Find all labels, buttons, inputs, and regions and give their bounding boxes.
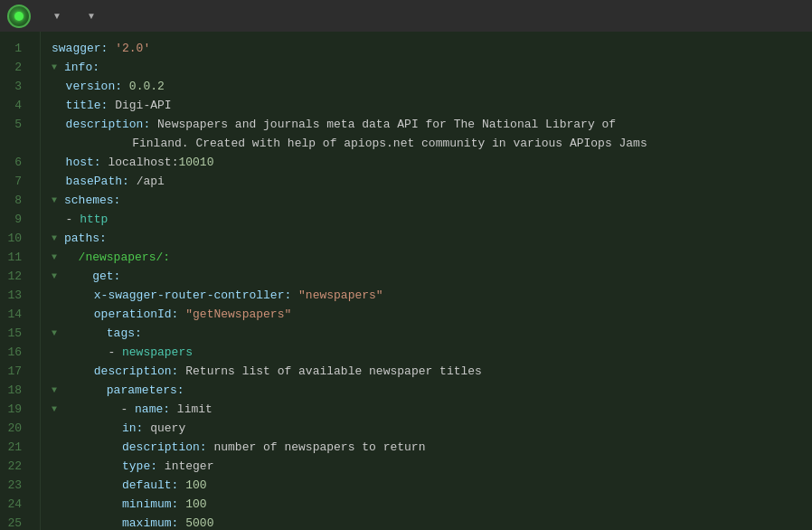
- preferences-arrow: ▼: [52, 11, 61, 21]
- line-number: 11: [0, 248, 31, 267]
- line-number: 22: [0, 457, 31, 476]
- code-token: host:: [52, 153, 108, 172]
- code-line: ▼ /newspapers/:: [41, 248, 812, 267]
- line-number: 5: [0, 115, 31, 134]
- collapse-arrow[interactable]: ▼: [52, 58, 62, 77]
- code-token: version:: [52, 77, 129, 96]
- code-token: localhost:: [108, 153, 178, 172]
- code-token: operationId:: [52, 305, 185, 324]
- collapse-arrow[interactable]: ▼: [52, 248, 62, 267]
- menu-bar: ▼ ▼: [0, 0, 812, 32]
- collapse-arrow[interactable]: ▼: [52, 400, 62, 419]
- code-line: host: localhost:10010: [41, 153, 812, 172]
- code-token: in:: [52, 419, 150, 438]
- collapse-arrow[interactable]: ▼: [52, 324, 62, 343]
- line-number: 14: [0, 305, 31, 324]
- code-token: description:: [52, 115, 157, 134]
- code-line: basePath: /api: [41, 172, 812, 191]
- code-token: 0.0.2: [129, 77, 165, 96]
- collapse-arrow[interactable]: ▼: [52, 267, 62, 286]
- line-number: 3: [0, 77, 31, 96]
- code-token: description:: [52, 362, 185, 381]
- help-menu[interactable]: ▼: [74, 7, 105, 24]
- code-line: ▼ - name: limit: [41, 400, 812, 419]
- code-token: parameters:: [64, 381, 184, 400]
- code-token: Newspapers and journals meta data API fo…: [157, 115, 616, 134]
- line-number: [0, 134, 31, 153]
- code-token: maximum:: [52, 514, 185, 530]
- code-token: number of newspapers to return: [213, 438, 425, 457]
- line-number: 8: [0, 191, 31, 210]
- code-token: newspapers: [122, 343, 193, 362]
- line-number: 21: [0, 438, 31, 457]
- code-line: - http: [41, 210, 812, 229]
- code-line: minimum: 100: [41, 495, 812, 514]
- code-line: ▼ schemes:: [41, 191, 812, 210]
- code-token: basePath:: [52, 172, 137, 191]
- code-token: title:: [52, 96, 115, 115]
- code-token: get:: [64, 267, 120, 286]
- code-token: /newspapers/:: [64, 248, 170, 267]
- code-line: type: integer: [41, 457, 812, 476]
- code-line: description: number of newspapers to ret…: [41, 438, 812, 457]
- code-token: 5000: [185, 514, 213, 530]
- line-number: 19: [0, 400, 31, 419]
- code-token: tags:: [64, 324, 142, 343]
- line-numbers: 1234567891011121314151617181920212223242…: [0, 32, 41, 530]
- line-number: 25: [0, 514, 31, 530]
- line-number: 9: [0, 210, 31, 229]
- help-arrow: ▼: [87, 11, 96, 21]
- line-number: 16: [0, 343, 31, 362]
- collapse-arrow[interactable]: ▼: [52, 229, 62, 248]
- code-line: title: Digi-API: [41, 96, 812, 115]
- code-token: Finland. Created with help of apiops.net…: [104, 137, 647, 150]
- app-logo: [7, 5, 31, 28]
- code-line: version: 0.0.2: [41, 77, 812, 96]
- line-number: 18: [0, 381, 31, 400]
- code-token: integer: [165, 457, 214, 476]
- code-line: maximum: 5000: [41, 514, 812, 530]
- code-token: -: [64, 400, 135, 419]
- code-token: swagger:: [52, 39, 115, 58]
- code-token: -: [52, 343, 122, 362]
- collapse-arrow[interactable]: ▼: [52, 191, 62, 210]
- line-number: 13: [0, 286, 31, 305]
- code-token: Returns list of available newspaper titl…: [185, 362, 482, 381]
- code-token: info:: [64, 58, 99, 77]
- line-number: 15: [0, 324, 31, 343]
- code-line: description: Returns list of available n…: [41, 362, 812, 381]
- collapse-arrow[interactable]: ▼: [52, 381, 62, 400]
- code-token: schemes:: [64, 191, 120, 210]
- code-line: ▼ parameters:: [41, 381, 812, 400]
- line-number: 6: [0, 153, 31, 172]
- code-line: in: query: [41, 419, 812, 438]
- code-token: paths:: [64, 229, 107, 248]
- code-line: x-swagger-router-controller: "newspapers…: [41, 286, 812, 305]
- code-token: query: [150, 419, 185, 438]
- code-line: operationId: "getNewspapers": [41, 305, 812, 324]
- code-content[interactable]: swagger: '2.0'▼ info: version: 0.0.2 tit…: [41, 32, 812, 530]
- code-token: x-swagger-router-controller:: [52, 286, 298, 305]
- code-token: -: [52, 210, 80, 229]
- code-token: limit: [177, 400, 212, 419]
- line-number: 12: [0, 267, 31, 286]
- line-number: 7: [0, 172, 31, 191]
- logo-inner: [14, 12, 24, 21]
- code-line: ▼ info:: [41, 58, 812, 77]
- code-line: Finland. Created with help of apiops.net…: [41, 134, 812, 153]
- code-token: description:: [52, 438, 213, 457]
- line-number: 10: [0, 229, 31, 248]
- code-token: /api: [137, 172, 165, 191]
- code-line: ▼ tags:: [41, 324, 812, 343]
- code-token: "newspapers": [298, 286, 383, 305]
- code-line: description: Newspapers and journals met…: [41, 115, 812, 134]
- code-line: - newspapers: [41, 343, 812, 362]
- line-number: 24: [0, 495, 31, 514]
- code-token: minimum:: [52, 495, 185, 514]
- line-number: 4: [0, 96, 31, 115]
- code-token: 10010: [178, 153, 213, 172]
- code-token: '2.0': [115, 39, 150, 58]
- preferences-menu[interactable]: ▼: [40, 7, 71, 24]
- editor-area: 1234567891011121314151617181920212223242…: [0, 32, 812, 530]
- line-number: 20: [0, 419, 31, 438]
